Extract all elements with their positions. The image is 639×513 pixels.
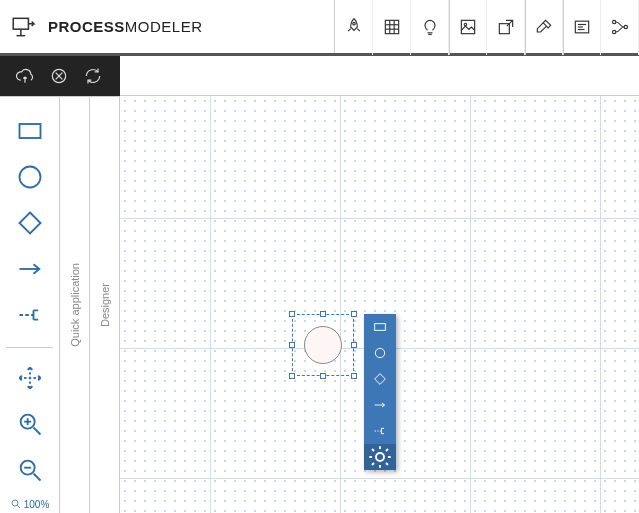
cloud-export-icon[interactable] xyxy=(8,59,42,93)
zoom-out-icon[interactable] xyxy=(12,450,48,490)
context-toolbar xyxy=(364,314,396,470)
palette-diamond[interactable] xyxy=(12,203,48,243)
side-tabs: Quick application Designer xyxy=(60,96,120,513)
selected-node[interactable] xyxy=(292,314,354,376)
ctx-diamond[interactable] xyxy=(364,366,396,392)
zoom-in-icon[interactable] xyxy=(12,404,48,444)
export-arrow-icon[interactable] xyxy=(487,0,525,55)
sync-icon[interactable] xyxy=(76,59,110,93)
lightbulb-icon[interactable] xyxy=(411,0,449,55)
rocket-icon[interactable] xyxy=(335,0,373,55)
ctx-rectangle[interactable] xyxy=(364,314,396,340)
svg-line-36 xyxy=(33,474,40,481)
svg-point-12 xyxy=(464,23,467,26)
presentation-icon xyxy=(10,14,36,40)
resize-handle-tr[interactable] xyxy=(351,311,357,317)
canvas-area xyxy=(120,56,639,513)
ctx-circle[interactable] xyxy=(364,340,396,366)
cancel-icon[interactable] xyxy=(42,59,76,93)
svg-rect-0 xyxy=(13,18,28,29)
zoom-level[interactable]: 100% xyxy=(10,498,50,510)
svg-point-26 xyxy=(19,167,40,188)
grid-icon[interactable] xyxy=(373,0,411,55)
resize-handle-r[interactable] xyxy=(351,342,357,348)
palette: 100% xyxy=(0,96,60,513)
canvas-top-strip xyxy=(120,56,639,96)
app-title: PROCESSMODELER xyxy=(48,18,203,35)
svg-point-20 xyxy=(624,25,627,28)
ctx-arrow[interactable] xyxy=(364,392,396,418)
resize-handle-br[interactable] xyxy=(351,373,357,379)
palette-circle[interactable] xyxy=(12,157,48,197)
event-circle-node[interactable] xyxy=(304,326,342,364)
header-left: PROCESSMODELER xyxy=(0,0,300,53)
palette-arrow[interactable] xyxy=(12,249,48,289)
svg-line-32 xyxy=(33,428,40,435)
svg-point-44 xyxy=(376,453,384,461)
svg-point-18 xyxy=(612,20,615,23)
header: PROCESSMODELER xyxy=(0,0,639,56)
svg-rect-4 xyxy=(385,20,398,33)
resize-handle-b[interactable] xyxy=(320,373,326,379)
svg-line-39 xyxy=(17,506,20,509)
tab-designer[interactable]: Designer xyxy=(90,96,120,513)
canvas[interactable] xyxy=(120,96,639,513)
svg-rect-40 xyxy=(375,324,386,331)
image-icon[interactable] xyxy=(449,0,487,55)
svg-point-19 xyxy=(612,30,615,33)
tab-quick-application[interactable]: Quick application xyxy=(60,96,90,513)
resize-handle-tl[interactable] xyxy=(289,311,295,317)
svg-point-3 xyxy=(352,22,355,25)
form-icon[interactable] xyxy=(563,0,601,55)
resize-handle-bl[interactable] xyxy=(289,373,295,379)
resize-handle-l[interactable] xyxy=(289,342,295,348)
header-toolbar xyxy=(334,0,639,53)
svg-rect-11 xyxy=(461,20,474,33)
svg-rect-25 xyxy=(19,124,40,138)
svg-point-38 xyxy=(12,500,18,506)
branch-icon[interactable] xyxy=(601,0,639,55)
resize-handle-t[interactable] xyxy=(320,311,326,317)
palette-move[interactable] xyxy=(12,358,48,398)
palette-connector[interactable] xyxy=(12,295,48,335)
eyedropper-icon[interactable] xyxy=(525,0,563,55)
palette-rectangle[interactable] xyxy=(12,111,48,151)
svg-point-41 xyxy=(375,348,384,357)
ctx-gear-icon[interactable] xyxy=(364,444,396,470)
